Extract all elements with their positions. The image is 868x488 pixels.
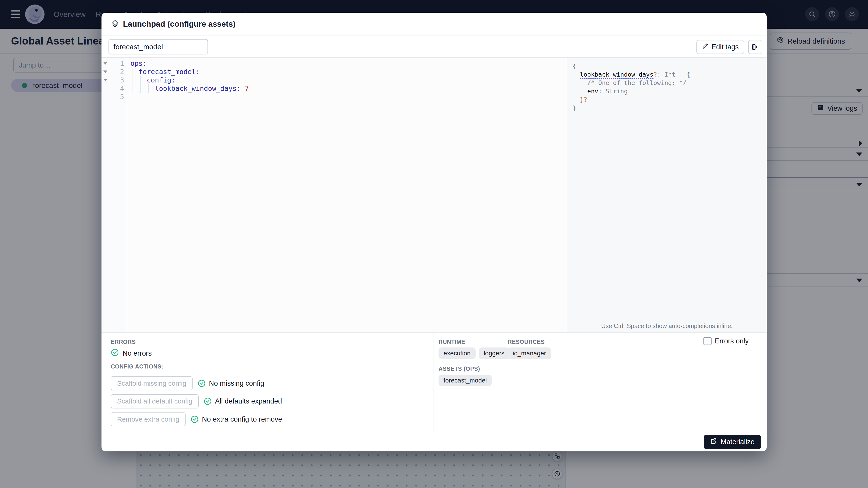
runtime-tags: executionloggers xyxy=(438,348,509,359)
code-line: config: xyxy=(130,76,176,84)
config-action-row: Remove extra configNo extra config to re… xyxy=(111,412,282,426)
toggle-second-panel-icon[interactable] xyxy=(748,40,762,54)
config-action-row: Scaffold all default configAll defaults … xyxy=(111,394,282,409)
schema-line: lookback_window_days?: Int | { xyxy=(572,70,690,78)
tag-forecast_model[interactable]: forecast_model xyxy=(438,375,492,386)
pencil-icon xyxy=(702,43,709,51)
code-line: forecast_model: xyxy=(130,68,200,76)
config-actions-label: CONFIG ACTIONS: xyxy=(111,363,163,370)
tag-loggers[interactable]: loggers xyxy=(479,348,509,359)
no-errors-status: No errors xyxy=(111,348,152,358)
launchpad-modal: Launchpad (configure assets) Edit tags 1… xyxy=(101,13,767,451)
modal-title: Launchpad (configure assets) xyxy=(123,20,236,29)
assets-ops-tags: forecast_model xyxy=(438,375,492,386)
runtime-label: RUNTIME xyxy=(438,339,465,345)
modal-footer: Materialize xyxy=(101,431,767,451)
config-editor: 12345 ops: forecast_model: config: lookb… xyxy=(101,57,767,332)
config-schema-panel: { lookback_window_days?: Int | { /* One … xyxy=(567,58,767,332)
schema-line: env: String xyxy=(572,87,628,95)
divider xyxy=(434,332,434,431)
modal-toolbar: Edit tags xyxy=(101,36,767,58)
modal-bottom-section: ERRORS No errors CONFIG ACTIONS: Scaffol… xyxy=(101,332,767,431)
fold-arrow-icon[interactable] xyxy=(103,79,107,81)
scaffold-missing-config-button[interactable]: Scaffold missing config xyxy=(111,376,193,390)
indent-guide xyxy=(148,84,149,93)
assets-ops-label: ASSETS (OPS) xyxy=(438,365,480,372)
editor-gutter: 12345 xyxy=(101,58,126,332)
line-number: 3 xyxy=(111,76,124,84)
resources-label: RESOURCES xyxy=(508,339,545,345)
schema-line: } xyxy=(572,104,576,112)
checkbox-icon[interactable] xyxy=(704,337,712,345)
errors-section-label: ERRORS xyxy=(111,339,136,345)
schema-line: }? xyxy=(572,95,587,104)
tag-execution[interactable]: execution xyxy=(438,348,475,359)
errors-only-checkbox[interactable]: Errors only xyxy=(704,337,749,345)
line-number: 5 xyxy=(111,93,124,101)
line-number: 1 xyxy=(111,59,124,68)
fold-arrow-icon[interactable] xyxy=(103,62,107,65)
indent-guide xyxy=(132,68,132,93)
line-number: 2 xyxy=(111,68,124,76)
edit-tags-button[interactable]: Edit tags xyxy=(696,40,744,54)
tag-io_manager[interactable]: io_manager xyxy=(508,348,551,359)
external-link-icon xyxy=(710,437,717,446)
launchpad-layers-icon xyxy=(111,20,119,28)
modal-header: Launchpad (configure assets) xyxy=(101,13,767,35)
schema-line: /* One of the following: */ xyxy=(572,78,686,87)
resources-tags: io_manager xyxy=(508,348,551,359)
config-action-row: Scaffold missing configNo missing config xyxy=(111,376,264,390)
materialize-button[interactable]: Materialize xyxy=(704,435,761,449)
remove-extra-config-button[interactable]: Remove extra config xyxy=(111,412,186,426)
yaml-code-area[interactable]: ops: forecast_model: config: lookback_wi… xyxy=(127,58,567,332)
fold-arrow-icon[interactable] xyxy=(103,70,107,73)
schema-line: { xyxy=(572,62,576,70)
check-circle-icon xyxy=(111,348,119,358)
indent-guide xyxy=(140,76,141,93)
scaffold-all-default-config-button[interactable]: Scaffold all default config xyxy=(111,394,199,409)
action-status: No missing config xyxy=(197,379,264,387)
code-line: ops: xyxy=(130,59,147,68)
autocomplete-hint: Use Ctrl+Space to show auto-completions … xyxy=(567,320,767,332)
line-number: 4 xyxy=(111,84,124,93)
asset-selection-input[interactable] xyxy=(108,39,208,55)
action-status: No extra config to remove xyxy=(191,415,282,423)
action-status: All defaults expanded xyxy=(204,397,282,405)
